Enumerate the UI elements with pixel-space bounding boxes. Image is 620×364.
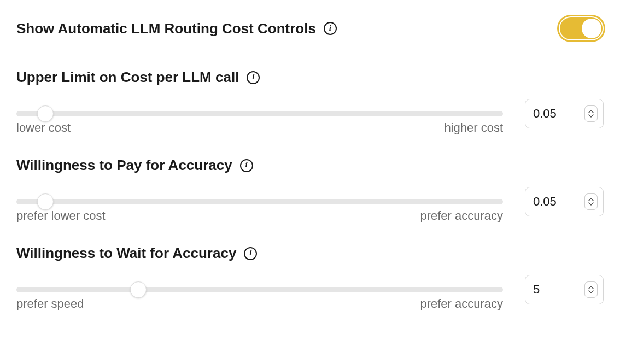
number-value[interactable]: 0.05 [533, 107, 584, 121]
slider-thumb[interactable] [130, 281, 147, 298]
setting-label: Willingness to Wait for Accuracy [16, 245, 236, 262]
number-value[interactable]: 0.05 [533, 195, 584, 209]
slider-left-caption: lower cost [16, 121, 71, 135]
show-controls-toggle[interactable] [559, 16, 604, 40]
stepper-buttons[interactable] [584, 281, 598, 298]
chevron-down-icon [588, 114, 594, 118]
slider-thumb[interactable] [37, 193, 54, 210]
slider-right-caption: prefer accuracy [420, 209, 503, 223]
chevron-up-icon [588, 286, 594, 290]
stepper-buttons[interactable] [584, 193, 598, 210]
slider-left-caption: prefer speed [16, 297, 84, 311]
setting-label: Willingness to Pay for Accuracy [16, 157, 232, 174]
toggle-knob [582, 19, 601, 38]
slider-thumb[interactable] [37, 105, 54, 122]
chevron-down-icon [588, 290, 594, 293]
slider-right-caption: prefer accuracy [420, 297, 503, 311]
page-title: Show Automatic LLM Routing Cost Controls [16, 20, 316, 37]
accuracy-wait-slider[interactable] [16, 287, 503, 292]
accuracy-pay-slider[interactable] [16, 199, 503, 204]
accuracy-pay-stepper[interactable]: 0.05 [525, 187, 604, 216]
info-icon[interactable] [244, 247, 257, 260]
number-value[interactable]: 5 [533, 283, 584, 297]
stepper-buttons[interactable] [584, 105, 598, 122]
info-icon[interactable] [324, 22, 337, 35]
cost-limit-slider[interactable] [16, 111, 503, 116]
slider-right-caption: higher cost [444, 121, 503, 135]
chevron-down-icon [588, 202, 594, 206]
info-icon[interactable] [240, 159, 253, 172]
chevron-up-icon [588, 110, 594, 114]
cost-limit-stepper[interactable]: 0.05 [525, 99, 604, 128]
info-icon[interactable] [247, 71, 260, 84]
accuracy-wait-stepper[interactable]: 5 [525, 275, 604, 304]
chevron-up-icon [588, 198, 594, 202]
slider-left-caption: prefer lower cost [16, 209, 106, 223]
setting-label: Upper Limit on Cost per LLM call [16, 69, 239, 86]
